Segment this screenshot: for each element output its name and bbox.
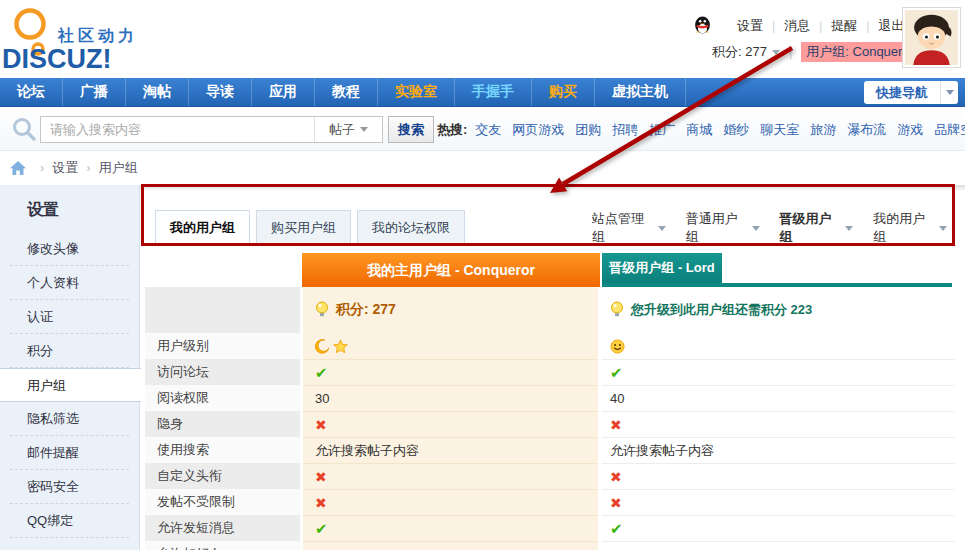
account-link[interactable]: 退出: [878, 18, 904, 33]
row-next-value: ✖: [602, 463, 955, 489]
table-row: 允许加好友✔✔: [145, 541, 955, 550]
sidebar-item-active[interactable]: 用户组: [0, 368, 141, 402]
sidebar-item-link[interactable]: 个人资料: [10, 266, 129, 300]
search-box: 帖子: [40, 116, 383, 143]
chevron-down-icon: [752, 226, 760, 231]
nav-item[interactable]: 虚拟主机: [595, 78, 686, 106]
table-row: 发帖不受限制✖✖: [145, 489, 955, 515]
table-row: 自定义头衔✖✖: [145, 463, 955, 489]
row-next-value: 40: [602, 385, 955, 411]
credits-caret-icon[interactable]: [772, 50, 780, 55]
row-current-value: [303, 333, 598, 359]
tab[interactable]: 我的用户组: [155, 210, 250, 246]
hot-search: 热搜: 交友网页游戏团购招聘推广商城婚纱聊天室旅游瀑布流游戏品牌空间: [437, 121, 965, 139]
search-type-select[interactable]: 帖子: [314, 117, 382, 142]
hot-search-link[interactable]: 商城: [686, 122, 712, 137]
sidebar-item-link[interactable]: 积分: [10, 334, 129, 368]
account-link[interactable]: 设置: [737, 18, 763, 33]
hot-search-link[interactable]: 品牌空间: [934, 122, 965, 137]
check-icon: ✔: [315, 365, 328, 380]
discuz-usergroup-settings-page: DISCUZ! 社区动力 设置|消息|提醒|退出 积分: 277 | 用户组: …: [0, 0, 965, 550]
sidebar-title: 设置: [0, 185, 139, 232]
nav-item[interactable]: 导读: [189, 78, 252, 106]
row-current-value: ✔: [303, 541, 598, 550]
account-links-list: 设置|消息|提醒|退出: [737, 17, 904, 35]
hot-search-link[interactable]: 聊天室: [760, 122, 799, 137]
tab[interactable]: 我的论坛权限: [357, 210, 465, 246]
hot-search-link[interactable]: 交友: [475, 122, 501, 137]
cell-text: 30: [315, 391, 329, 406]
hot-search-link[interactable]: 网页游戏: [512, 122, 564, 137]
table-row: 使用搜索允许搜索帖子内容允许搜索帖子内容: [145, 437, 955, 463]
cell-text: 允许搜索帖子内容: [610, 442, 714, 460]
group-menu-label: 我的用户组: [873, 210, 932, 246]
group-menu[interactable]: 晋级用户组: [780, 210, 854, 246]
hot-search-link[interactable]: 游戏: [897, 122, 923, 137]
moon-icon: [315, 339, 330, 354]
nav-item[interactable]: 购买: [532, 78, 595, 106]
sidebar-item-link[interactable]: 邮件提醒: [10, 436, 129, 470]
credits-value[interactable]: 积分: 277: [712, 43, 767, 61]
breadcrumb-item[interactable]: 设置: [52, 160, 78, 175]
hot-search-link[interactable]: 瀑布流: [847, 122, 886, 137]
hot-search-label: 热搜:: [437, 121, 467, 139]
cross-icon: ✖: [610, 496, 622, 510]
hot-search-link[interactable]: 婚纱: [723, 122, 749, 137]
hot-search-link[interactable]: 招聘: [612, 122, 638, 137]
site-logo-text[interactable]: DISCUZ!: [2, 44, 112, 75]
nav-item[interactable]: 广播: [63, 78, 126, 106]
hot-search-link[interactable]: 推广: [649, 122, 675, 137]
hot-search-link[interactable]: 旅游: [810, 122, 836, 137]
account-link[interactable]: 提醒: [831, 18, 857, 33]
breadcrumb-item[interactable]: 用户组: [99, 160, 138, 175]
search-icon: [11, 116, 37, 142]
home-icon[interactable]: [10, 161, 26, 176]
site-header: DISCUZ! 社区动力 设置|消息|提醒|退出 积分: 277 | 用户组: …: [0, 0, 965, 78]
tab[interactable]: 购买用户组: [256, 210, 351, 246]
row-current-value: 允许搜索帖子内容: [303, 437, 598, 463]
sidebar-item-link[interactable]: 密码安全: [10, 470, 129, 504]
nav-item[interactable]: 教程: [315, 78, 378, 106]
row-label: 隐身: [145, 411, 300, 437]
group-menu[interactable]: 站点管理组: [592, 210, 666, 246]
chevron-down-icon: [845, 226, 853, 231]
row-next-value: ✔: [602, 515, 955, 541]
row-next-value: ✖: [602, 489, 955, 515]
quick-nav-label: 快捷导航: [864, 84, 940, 102]
cross-icon: ✖: [610, 470, 622, 484]
credit-row: 积分: 277 您升级到此用户组还需积分 223: [145, 287, 955, 333]
hot-search-link[interactable]: 团购: [575, 122, 601, 137]
nav-item[interactable]: 论坛: [0, 78, 63, 106]
nav-item[interactable]: 手握手: [455, 78, 532, 106]
breadcrumb-items: ›设置›用户组: [32, 159, 138, 177]
usergroup-tabs: 我的用户组购买用户组我的论坛权限: [155, 210, 471, 246]
nav-item[interactable]: 淘帖: [126, 78, 189, 106]
sidebar-item-link[interactable]: 认证: [10, 300, 129, 334]
nav-item[interactable]: 应用: [252, 78, 315, 106]
search-button[interactable]: 搜索: [388, 116, 434, 143]
account-link[interactable]: 消息: [784, 18, 810, 33]
row-next-value: ✖: [602, 411, 955, 437]
group-menu-label: 普通用户组: [686, 210, 745, 246]
chevron-down-icon: [658, 226, 666, 231]
quick-nav-dropdown[interactable]: [940, 81, 958, 104]
row-next-value: ✔: [602, 541, 955, 550]
group-menu[interactable]: 普通用户组: [686, 210, 760, 246]
nav-item[interactable]: 实验室: [378, 78, 455, 106]
sidebar-item-link[interactable]: 隐私筛选: [10, 402, 129, 436]
check-icon: ✔: [610, 365, 623, 380]
quick-nav-button[interactable]: 快捷导航: [864, 81, 958, 104]
account-links: 设置|消息|提醒|退出: [694, 16, 904, 36]
group-menu[interactable]: 我的用户组: [873, 210, 947, 246]
qq-penguin-icon[interactable]: [694, 15, 711, 37]
search-input[interactable]: [41, 117, 314, 142]
sidebar-item-link[interactable]: QQ绑定: [10, 504, 129, 538]
table-row: 阅读权限3040: [145, 385, 955, 411]
row-next-value: 允许搜索帖子内容: [602, 437, 955, 463]
sidebar-item-link[interactable]: 修改头像: [10, 232, 129, 266]
table-row: 访问论坛✔✔: [145, 359, 955, 385]
avatar[interactable]: [902, 7, 961, 68]
content-top-shadow: [0, 185, 965, 191]
search-type-label: 帖子: [329, 121, 355, 139]
settings-sidebar: 设置 修改头像个人资料认证积分用户组隐私筛选邮件提醒密码安全QQ绑定: [0, 185, 140, 550]
